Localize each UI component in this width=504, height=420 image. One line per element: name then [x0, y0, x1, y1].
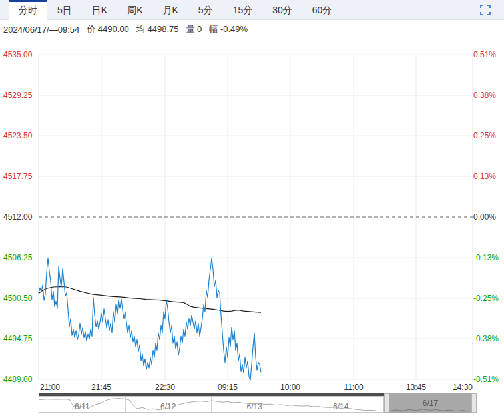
y-axis-price-label: 4517.75: [3, 172, 32, 182]
tab-60min[interactable]: 60分: [302, 0, 342, 19]
tab-30min[interactable]: 30分: [262, 0, 302, 19]
y-axis-price-label: 4500.50: [3, 294, 32, 304]
chart-canvas: [0, 0, 504, 420]
x-axis-time-label: 09:15: [218, 383, 238, 392]
quote-price: 价 4490.00: [87, 23, 129, 35]
navigator-handle-right[interactable]: [471, 393, 477, 413]
x-axis-time-label: 22:30: [155, 383, 175, 392]
tab-5day[interactable]: 5日: [47, 0, 82, 19]
x-axis-time-label: 14:30: [453, 383, 473, 392]
fullscreen-icon[interactable]: [480, 5, 491, 15]
y-axis-percent-label: -0.51%: [473, 375, 499, 385]
navigator-day-6-13[interactable]: 6/13: [212, 397, 298, 412]
x-axis-time-label: 21:00: [40, 383, 60, 392]
y-axis-percent-label: 0.13%: [473, 172, 496, 182]
period-tab-bar: 分时5日日K周K月K5分15分30分60分: [0, 0, 504, 20]
x-axis-time-label: 13:45: [406, 383, 426, 392]
y-axis-price-label: 4535.00: [3, 50, 32, 60]
quote-datetime: 2024/06/17/—09:54: [3, 25, 79, 35]
y-axis-percent-label: 0.25%: [473, 131, 496, 141]
tab-weekly-k[interactable]: 周K: [117, 0, 152, 19]
x-axis-time-label: 10:00: [280, 383, 300, 392]
y-axis-price-label: 4523.50: [3, 131, 32, 141]
y-axis-percent-label: 0.51%: [473, 50, 496, 60]
y-axis-price-label: 4512.00: [3, 212, 32, 222]
navigator-selected-day[interactable]: 6/17: [389, 393, 471, 413]
navigator-selected-range: 6/17: [384, 393, 477, 413]
navigator-day-6-12[interactable]: 6/12: [126, 397, 212, 412]
tab-5min[interactable]: 5分: [188, 0, 223, 19]
y-axis-percent-label: -0.13%: [473, 253, 499, 263]
date-navigator: 6/116/126/136/14 6/17: [39, 393, 477, 413]
y-axis-price-label: 4494.75: [3, 334, 32, 344]
y-axis-price-label: 4506.25: [3, 253, 32, 263]
y-axis-percent-label: 0.38%: [473, 91, 496, 101]
y-axis-percent-label: -0.25%: [473, 294, 499, 304]
quote-change: 幅 -0.49%: [209, 23, 248, 35]
navigator-days: 6/116/126/136/14: [39, 396, 384, 413]
period-tabs: 分时5日日K周K月K5分15分30分60分: [9, 0, 342, 19]
quote-volume: 量 0: [186, 23, 202, 35]
tab-minute[interactable]: 分时: [9, 0, 47, 19]
tab-monthly-k[interactable]: 月K: [152, 0, 188, 19]
tab-daily-k[interactable]: 日K: [82, 0, 117, 19]
navigator-day-6-14[interactable]: 6/14: [298, 397, 384, 412]
tab-15min[interactable]: 15分: [223, 0, 263, 19]
intraday-chart[interactable]: 4535.004529.254523.504517.754512.004506.…: [0, 0, 504, 420]
y-axis-price-label: 4489.00: [3, 375, 32, 385]
x-axis-time-label: 21:45: [91, 383, 111, 392]
quote-average: 均 4498.75: [136, 23, 179, 35]
y-axis-price-label: 4529.25: [3, 91, 32, 101]
y-axis-percent-label: -0.38%: [473, 334, 499, 344]
navigator-day-6-11[interactable]: 6/11: [39, 397, 126, 412]
y-axis-percent-label: 0.00%: [473, 212, 496, 222]
navigator-handle-left[interactable]: [384, 393, 389, 413]
quote-info-bar: 2024/06/17/—09:54 价 4490.00 均 4498.75 量 …: [0, 20, 504, 39]
x-axis-time-label: 11:00: [344, 383, 363, 392]
